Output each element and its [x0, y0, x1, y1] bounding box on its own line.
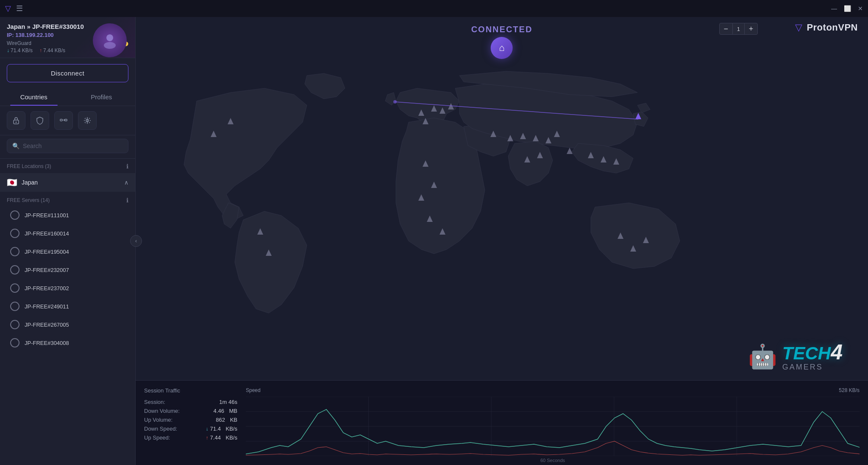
list-item[interactable]: JP-FREE#304008	[0, 334, 135, 352]
max-speed: 528 KB/s	[839, 387, 860, 393]
chevron-up-icon: ∧	[124, 179, 128, 186]
free-servers-header: FREE Servers (14) ℹ	[0, 193, 135, 206]
shield-icon	[36, 116, 44, 125]
list-item[interactable]: JP-FREE#237002	[0, 279, 135, 297]
avatar	[93, 23, 127, 57]
svg-point-0	[106, 34, 113, 41]
titlebar-left: ▽ ☰	[5, 4, 23, 13]
netshield-filter[interactable]	[31, 111, 49, 130]
search-input[interactable]	[23, 143, 123, 149]
server-name: JP-FREE#160014	[25, 230, 69, 237]
up-volume-value: 862 KB	[216, 417, 237, 423]
zoom-controls: − 1 +	[719, 23, 758, 35]
connected-text: CONNECTED	[471, 25, 533, 34]
lock-icon	[12, 116, 20, 125]
svg-point-3	[16, 122, 17, 123]
server-status-circle	[10, 338, 19, 347]
home-button[interactable]: ⌂	[491, 37, 513, 59]
tor-filter[interactable]	[78, 111, 97, 130]
proton-logo-icon: ▽	[5, 4, 11, 13]
tab-profiles[interactable]: Profiles	[68, 88, 136, 106]
watermark-sub: GAMERS	[782, 363, 843, 372]
session-value: 1m 46s	[219, 399, 237, 405]
download-speed: ↓ 71.4 KB/s	[7, 48, 33, 53]
server-status-circle	[10, 320, 19, 329]
upload-speed: ↑ 7.44 KB/s	[39, 48, 65, 53]
watermark-brand: TECH4	[782, 342, 843, 363]
titlebar: ▽ ☰ — ⬜ ✕	[0, 0, 868, 17]
map-area: ▽ ProtonVPN − 1 + CONNECTED ⌂	[136, 17, 868, 465]
server-status-circle	[10, 283, 19, 293]
menu-icon[interactable]: ☰	[16, 4, 23, 13]
search-container: 🔍	[0, 135, 135, 159]
down-volume-label: Down Volume:	[144, 408, 180, 414]
world-map	[136, 51, 868, 359]
country-row-japan[interactable]: 🇯🇵 Japan ∧	[0, 173, 135, 192]
svg-point-1	[104, 42, 116, 49]
server-status-circle	[10, 302, 19, 311]
free-servers-info-icon[interactable]: ℹ	[126, 197, 128, 204]
watermark: 🤖 TECH4 GAMERS	[748, 342, 843, 372]
up-speed-value: ↑ 7.44 KB/s	[206, 434, 237, 441]
server-name: JP-FREE#111001	[25, 212, 69, 218]
japan-name: Japan	[22, 179, 38, 186]
proton-header: ▽ ProtonVPN	[795, 22, 858, 33]
close-button[interactable]: ✕	[858, 5, 863, 12]
connection-info: Japan » JP-FREE#330010 IP: 138.199.22.10…	[0, 17, 135, 58]
window-controls: — ⬜ ✕	[831, 5, 863, 12]
free-locations-label: FREE Locations (3)	[7, 163, 51, 169]
p2p-icon	[59, 116, 68, 125]
tor-icon	[83, 116, 92, 125]
world-map-svg	[146, 67, 858, 343]
p2p-filter[interactable]	[54, 111, 73, 130]
svg-rect-4	[60, 119, 62, 121]
server-name: JP-FREE#232007	[25, 267, 69, 273]
stat-up-speed: Up Speed: ↑ 7.44 KB/s	[144, 434, 237, 441]
down-speed-value: ↓ 71.4 KB/s	[206, 426, 237, 432]
list-item[interactable]: JP-FREE#267005	[0, 316, 135, 334]
server-name: JP-FREE#267005	[25, 322, 69, 328]
free-locations-info-icon[interactable]: ℹ	[126, 163, 128, 170]
server-status-circle	[10, 265, 19, 275]
list-item[interactable]: JP-FREE#232007	[0, 261, 135, 279]
secure-core-filter[interactable]	[7, 111, 25, 130]
watermark-mascot: 🤖	[748, 343, 777, 370]
stat-down-volume: Down Volume: 4.46 MB	[144, 408, 237, 414]
session-label: Session:	[144, 399, 165, 405]
server-name: JP-FREE#304008	[25, 340, 69, 346]
zoom-out-button[interactable]: −	[719, 23, 733, 35]
stats-panel: Session Traffic Session: 1m 46s Down Vol…	[136, 380, 868, 465]
server-name: JP-FREE#249011	[25, 303, 69, 310]
list-item[interactable]: JP-FREE#249011	[0, 297, 135, 316]
country-left: 🇯🇵 Japan	[7, 177, 38, 188]
sidebar: Japan » JP-FREE#330010 IP: 138.199.22.10…	[0, 17, 136, 465]
japan-flag: 🇯🇵	[7, 177, 17, 188]
chart-header: Speed 528 KB/s	[246, 387, 860, 393]
down-volume-value: 4.46 MB	[214, 408, 237, 414]
speed-chart-svg	[246, 397, 860, 456]
list-item[interactable]: JP-FREE#195004	[0, 243, 135, 261]
minimize-button[interactable]: —	[831, 5, 837, 12]
restore-button[interactable]: ⬜	[844, 5, 851, 12]
list-item[interactable]: JP-FREE#160014	[0, 224, 135, 243]
disconnect-button[interactable]: Disconnect	[7, 64, 128, 82]
filter-icons	[0, 106, 135, 135]
stat-session: Session: 1m 46s	[144, 399, 237, 405]
zoom-level: 1	[733, 23, 744, 35]
stat-up-volume: Up Volume: 862 KB	[144, 417, 237, 423]
up-volume-label: Up Volume:	[144, 417, 172, 423]
collapse-sidebar-button[interactable]: ‹	[130, 235, 142, 247]
server-status-circle	[10, 210, 19, 220]
list-item[interactable]: JP-FREE#111001	[0, 206, 135, 224]
speed-label: Speed	[246, 387, 261, 393]
server-name: JP-FREE#237002	[25, 285, 69, 291]
zoom-in-button[interactable]: +	[744, 23, 758, 35]
tabs: Countries Profiles	[0, 88, 135, 106]
server-list: FREE Locations (3) ℹ 🇯🇵 Japan ∧ FREE Ser…	[0, 159, 135, 465]
server-status-circle	[10, 229, 19, 238]
chart-canvas	[246, 397, 860, 456]
stat-down-speed: Down Speed: ↓ 71.4 KB/s	[144, 426, 237, 432]
time-label: 60 Seconds	[246, 458, 860, 463]
tab-countries[interactable]: Countries	[0, 88, 68, 106]
chart-area: Speed 528 KB/s	[246, 387, 860, 458]
